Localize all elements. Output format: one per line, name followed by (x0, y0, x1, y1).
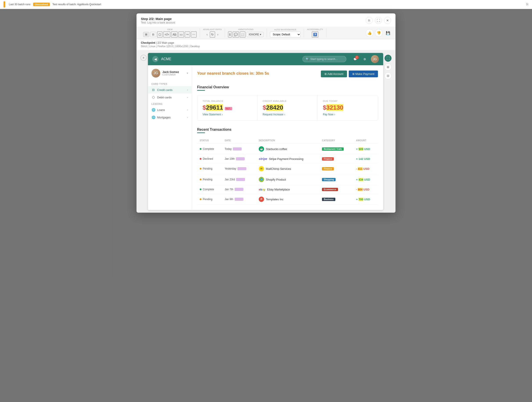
credit-available-label: Credit Available (263, 100, 312, 102)
accessibility-icon[interactable]: ♿ (312, 31, 318, 38)
credit-number: 28420 (266, 104, 283, 111)
modal: Step 2/2: Main page Test: Log into a ban… (137, 13, 395, 213)
total-balance-label: Total Balance (203, 100, 252, 102)
credit-dollar: $ (263, 104, 266, 111)
stripe-logo: stripe (259, 157, 267, 161)
user-avatar[interactable]: JG (371, 55, 379, 63)
status-dot (200, 158, 202, 160)
app-nav: ◀ ACME 🔍 Start typing to search... 💬 7 ⚙… (148, 53, 383, 65)
prev-diff-button[interactable]: ‹ (205, 32, 209, 37)
request-increase-link[interactable]: Request Increase › (263, 113, 312, 116)
checkpoint-step: 2/2 Main page (157, 41, 174, 44)
due-today-card: Due Today $32130 Pay Now › (317, 95, 378, 120)
content-area: ≠ ◀ ACME 🔍 Start typing to search... 💬 7 (137, 50, 395, 213)
notification-icon[interactable]: 💬 7 (352, 56, 359, 63)
due-today-amount: $32130 (323, 104, 373, 111)
merchant-icon: ☕ (259, 146, 264, 152)
info-icon[interactable]: ℹ (228, 31, 232, 38)
status-dot (200, 188, 202, 190)
table-row: Declined Jan 19th stripe (197, 155, 378, 163)
amount-highlight: 434 (359, 178, 363, 181)
toolbar-maintenance-section: AUTO MAINTENANCE Scope: Default (267, 29, 304, 37)
category-cell: Finance (319, 155, 353, 163)
loans-label: Loans (157, 108, 165, 112)
toolbar-accessibility-label: ACCESSIBILITY (307, 28, 323, 31)
amount-highlight: 700 (359, 198, 363, 201)
scope-select[interactable]: Scope: Default (270, 32, 301, 37)
avatar-image: JG (371, 55, 379, 63)
total-balance-number: 29611 (206, 104, 223, 111)
zoom-in-button[interactable]: ⊕ (385, 64, 392, 71)
close-button[interactable]: ✕ (384, 17, 391, 24)
sidebar-item-mortgages[interactable]: 🌐 Mortgages ▾ (148, 114, 192, 121)
sidebar-item-loans[interactable]: 🌐 Loans ▾ (148, 106, 192, 114)
add-account-button[interactable]: ⊕ Add Account (321, 71, 347, 77)
modal-overlay: Step 2/2: Main page Test: Log into a ban… (0, 9, 532, 402)
app-search[interactable]: 🔍 Start typing to search... (302, 56, 346, 62)
toolbar-annotations-label: ANNOTATIONS (238, 28, 253, 31)
description-cell: P Templates Inc (256, 194, 319, 205)
expand-button[interactable]: ⛶ (375, 17, 382, 24)
browser-label: Firefox 120.0 (158, 45, 173, 48)
sidebar: JG Jack Gomez CUSTOMER ▾ CARD TYPES ⊟ Cr… (148, 65, 192, 210)
transactions-body: Complete Today ☕ Starb (197, 144, 378, 205)
save-button[interactable]: 💾 (384, 29, 392, 37)
category-badge: Restaurant / Cafe (322, 147, 343, 151)
resolution-label: 1600x1200 (175, 45, 188, 48)
checkpoint-label: Checkpoint (141, 41, 155, 44)
status-cell: Complete (197, 185, 222, 194)
description-cell: ✉ MailChimp Services (256, 163, 319, 174)
view-statement-link[interactable]: View Statement › (203, 113, 252, 116)
comment-icon[interactable]: 💬 (233, 31, 239, 38)
amount-value: + 700 USD (356, 198, 370, 201)
request-increase-arrow: › (284, 113, 285, 116)
credit-cards-icon: ⊟ (152, 88, 155, 92)
search-icon: 🔍 (306, 58, 309, 61)
description-cell: ebay Ebay Marketplace (256, 185, 319, 194)
view-layout-button[interactable]: ⊟ (150, 32, 156, 37)
share-icon[interactable]: ⎘ (526, 2, 528, 6)
crop-icon[interactable]: ▭ (178, 31, 184, 38)
modal-title: Step 2/2: Main page (141, 17, 175, 21)
thumbdown-button[interactable]: 👎 (375, 29, 383, 37)
settings-icon[interactable]: ⚙ (361, 56, 368, 63)
flow-icon[interactable]: ⤳ (185, 31, 190, 38)
more-icon[interactable]: ⋯ (191, 31, 197, 38)
category-cell: Business (319, 194, 353, 205)
zoom-out-button[interactable]: ⊖ (385, 72, 392, 79)
date-blur (235, 188, 243, 191)
section-underline (197, 90, 205, 91)
sidebar-item-credit-cards[interactable]: ⊟ Credit cards ▾ (148, 86, 192, 94)
user-section: JG Jack Gomez CUSTOMER ▾ (148, 69, 192, 81)
status-dot (200, 198, 202, 200)
thumbup-button[interactable]: 👍 (366, 29, 374, 37)
selection-icon[interactable]: ⬚ (240, 31, 245, 38)
ab-icon[interactable]: Ab (171, 31, 177, 38)
amount-highlight: 411 (358, 167, 363, 170)
sidebar-item-debit-cards[interactable]: ⬡ Debit cards ▾ (148, 94, 192, 101)
mortgages-icon: 🌐 (152, 115, 155, 119)
top-bar: Last 30 batch runs Unresolved Test resul… (0, 0, 532, 9)
ignore-button[interactable]: IGNORE ▾ (246, 32, 264, 37)
toolbar-view-controls: ⊞ ⊟ ⬡ </> Ab ▭ ⤳ ⋯ (143, 31, 197, 38)
status-cell: Pending (197, 163, 222, 174)
merchant-name: Ebay Marketplace (267, 188, 290, 191)
next-diff-button[interactable]: › (216, 32, 220, 37)
user-dropdown-icon[interactable]: ▾ (187, 71, 188, 75)
pay-now-link[interactable]: Pay Now › (323, 113, 373, 116)
diff-indicator: ≠ (139, 53, 148, 210)
merchant-icon: 💠 (259, 177, 264, 182)
share-button[interactable]: ⎘ (366, 17, 373, 24)
toolbar-accessibility-controls: ♿ (312, 31, 318, 38)
refresh-icon[interactable]: ↻ (210, 31, 215, 38)
make-payment-button[interactable]: ⊕ Make Payment (349, 71, 378, 77)
expand-view-button[interactable]: ⛶ (385, 55, 392, 62)
toolbar-maintenance-controls: Scope: Default (270, 32, 301, 37)
view-grid-button[interactable]: ⊞ (143, 32, 149, 37)
modal-actions: ⎘ ⛶ ✕ (366, 17, 391, 24)
search-placeholder: Start typing to search... (310, 58, 337, 61)
amount-value: + 142 USD (356, 157, 370, 161)
layers-icon[interactable]: ⬡ (157, 31, 162, 38)
code-icon[interactable]: </> (163, 31, 170, 38)
col-date: DATE (222, 137, 256, 144)
